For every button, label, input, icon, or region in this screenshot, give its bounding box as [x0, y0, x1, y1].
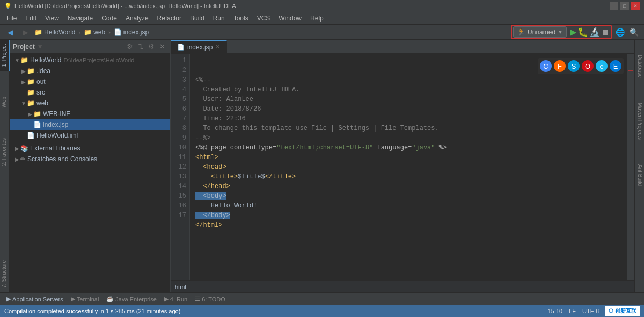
run-config-name: Unnamed — [528, 28, 555, 36]
tree-item-idea[interactable]: ▶ 📁 .idea — [10, 66, 170, 76]
menu-refactor[interactable]: Refactor — [153, 13, 186, 23]
left-tab-structure[interactable]: 7: Structure — [0, 256, 10, 292]
tree-label: src — [36, 89, 45, 96]
todo-tool[interactable]: ☰ 6: TODO — [192, 294, 229, 304]
browser-toolbar: C F S O e E — [538, 58, 624, 74]
tree-item-out[interactable]: ▶ 📁 out — [10, 76, 170, 87]
tab-close-button[interactable]: ✕ — [215, 44, 220, 51]
menu-view[interactable]: View — [41, 13, 63, 23]
search-everywhere-button[interactable]: 🔍 — [628, 26, 640, 38]
java-enterprise-label: Java Enterprise — [115, 296, 156, 302]
menu-vcs[interactable]: VCS — [253, 13, 275, 23]
tree-item-helloworld[interactable]: ▼ 📁 HelloWorld D:\IdeaProjects\HelloWorl… — [10, 55, 170, 66]
java-enterprise-icon: ☕ — [106, 296, 114, 302]
close-panel-icon[interactable]: ✕ — [157, 42, 167, 52]
error-mark[interactable] — [628, 70, 633, 71]
line-numbers: 12345 678910 1112131415 1617 — [171, 54, 190, 280]
bottom-tool-bar: ▶ Application Servers ▶ Terminal ☕ Java … — [0, 292, 644, 305]
breadcrumb-sep-1: › — [78, 29, 80, 35]
menu-help[interactable]: Help — [306, 13, 328, 23]
run-config-selector[interactable]: 🏃 Unnamed ▼ — [513, 26, 567, 38]
code-editor[interactable]: <%-- Created by IntelliJ IDEA. User: Ala… — [190, 54, 627, 280]
editor-tab-indexjsp[interactable]: 📄 index.jsp ✕ — [171, 40, 227, 53]
tab-label: index.jsp — [187, 44, 213, 51]
charset[interactable]: UTF-8 — [582, 308, 599, 314]
webinf-folder-icon: 📁 — [33, 110, 41, 118]
watermark: ⬡ 创新互联 — [605, 306, 640, 316]
breadcrumb-file[interactable]: 📄 index.jsp — [114, 28, 149, 36]
right-tab-database[interactable]: Database — [635, 51, 644, 82]
web-folder-icon: 📁 — [27, 99, 35, 107]
close-button[interactable]: ✕ — [631, 2, 640, 10]
chrome-button[interactable]: C — [540, 60, 552, 72]
tree-item-iml[interactable]: 📄 HelloWorld.iml — [10, 130, 170, 141]
idea-folder-icon: 📁 — [27, 67, 35, 75]
tree-item-scratches[interactable]: ▶ ✏ Scratches and Consoles — [10, 154, 170, 164]
menu-analyze[interactable]: Analyze — [121, 13, 153, 23]
firefox-button[interactable]: F — [554, 60, 566, 72]
maximize-button[interactable]: □ — [620, 2, 629, 10]
collapse-all-icon[interactable]: ⇅ — [136, 42, 145, 52]
tree-item-webinf[interactable]: ▶ 📁 WEB-INF — [10, 109, 170, 119]
breadcrumb-helloworld[interactable]: 📁 HelloWorld — [34, 28, 75, 36]
app-servers-tool[interactable]: ▶ Application Servers — [3, 294, 67, 304]
menu-navigate[interactable]: Navigate — [63, 13, 97, 23]
tree-label: External Libraries — [30, 145, 80, 152]
nav-forward-button[interactable]: ▶ — [19, 26, 31, 38]
menu-run[interactable]: Run — [209, 13, 229, 23]
menu-file[interactable]: File — [2, 13, 21, 23]
opera-button[interactable]: O — [582, 60, 594, 72]
menu-window[interactable]: Window — [274, 13, 306, 23]
breadcrumb-web[interactable]: 📁 web — [84, 28, 105, 36]
folder-icon-2: 📁 — [84, 28, 92, 36]
code-container[interactable]: 12345 678910 1112131415 1617 <%-- Create… — [171, 54, 634, 280]
stop-button[interactable]: ⏹ — [601, 27, 610, 37]
tree-label: HelloWorld.iml — [36, 132, 78, 139]
tree-item-src[interactable]: 📁 src — [10, 87, 170, 98]
run-tool-icon: ▶ — [164, 296, 169, 302]
edge-button[interactable]: E — [610, 60, 621, 72]
status-message: Compilation completed successfully in 1 … — [4, 308, 180, 314]
run-config-icon: 🏃 — [517, 28, 525, 36]
nav-back-button[interactable]: ◀ — [4, 26, 16, 38]
settings-icon[interactable]: ⚙ — [147, 42, 156, 52]
menu-tools[interactable]: Tools — [229, 13, 253, 23]
tree-item-web[interactable]: ▼ 📁 web — [10, 98, 170, 109]
jsp-file-icon: 📄 — [33, 121, 41, 128]
open-in-browser-button[interactable]: 🌐 — [614, 26, 626, 38]
tree-path: D:\IdeaProjects\HelloWorld — [63, 57, 134, 63]
todo-label: 6: TODO — [202, 296, 225, 302]
coverage-button[interactable]: 🔬 — [589, 27, 600, 37]
menu-bar: File Edit View Navigate Code Analyze Ref… — [0, 12, 644, 25]
status-right: 15:10 LF UTF-8 ⬡ 创新互联 — [548, 306, 640, 316]
debug-button[interactable]: 🐛 — [577, 27, 588, 37]
out-folder-icon: 📁 — [27, 78, 35, 85]
terminal-icon: ▶ — [71, 296, 75, 302]
terminal-label: Terminal — [77, 296, 99, 302]
right-tab-maven[interactable]: Maven Projects — [635, 98, 644, 144]
terminal-tool[interactable]: ▶ Terminal — [68, 294, 103, 304]
menu-edit[interactable]: Edit — [21, 13, 41, 23]
menu-build[interactable]: Build — [186, 13, 209, 23]
run-button[interactable]: ▶ — [570, 27, 576, 37]
app-servers-label: Application Servers — [12, 296, 63, 302]
app-servers-icon: ▶ — [6, 296, 11, 302]
ie-button[interactable]: e — [596, 60, 608, 72]
java-enterprise-tool[interactable]: ☕ Java Enterprise — [103, 294, 159, 304]
minimize-button[interactable]: ─ — [610, 2, 618, 10]
tree-item-extlibs[interactable]: ▶ 📚 External Libraries — [10, 143, 170, 154]
right-tab-ant[interactable]: Ant Build — [635, 160, 644, 190]
left-tab-web[interactable]: Web — [0, 92, 10, 112]
left-tab-project[interactable]: 1: Project — [0, 40, 10, 71]
cursor-position[interactable]: 15:10 — [548, 308, 563, 314]
run-tool[interactable]: ▶ 4: Run — [161, 294, 191, 304]
tree-arrow: ▶ — [27, 111, 33, 117]
sync-icon[interactable]: ⚙ — [125, 42, 135, 52]
menu-code[interactable]: Code — [97, 13, 121, 23]
left-tab-favorites[interactable]: 2: Favorites — [0, 134, 10, 170]
window-title: HelloWorld [D:\IdeaProjects\HelloWorld] … — [14, 3, 236, 9]
nav-right-section: 🏃 Unnamed ▼ ▶ 🐛 🔬 ⏹ 🌐 🔍 — [511, 25, 640, 39]
line-ending[interactable]: LF — [569, 308, 576, 314]
tree-item-indexjsp[interactable]: 📄 index.jsp — [10, 119, 170, 130]
safari-button[interactable]: S — [568, 60, 580, 72]
